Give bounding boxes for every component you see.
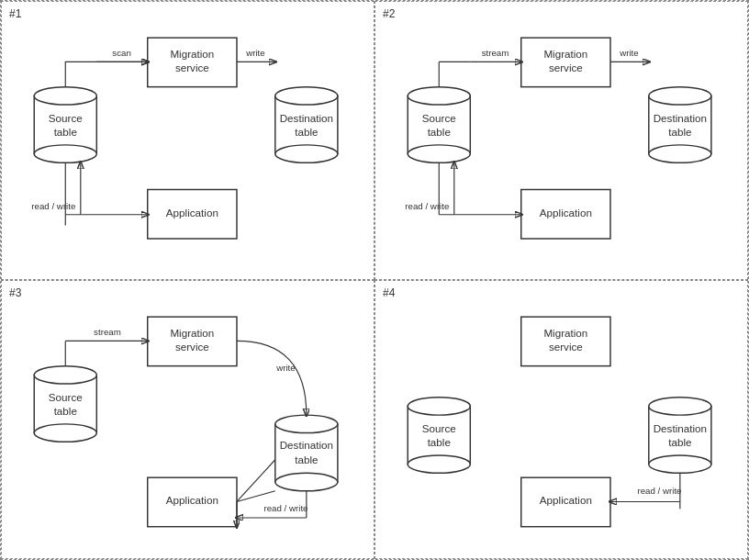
svg-text:read / write: read / write <box>31 201 75 211</box>
panel-4-label: #4 <box>383 286 395 299</box>
svg-point-4 <box>34 87 96 105</box>
svg-text:scan: scan <box>112 48 131 58</box>
svg-text:Migration: Migration <box>543 48 587 60</box>
svg-text:table: table <box>668 436 691 448</box>
svg-text:Migration: Migration <box>170 48 214 60</box>
svg-point-52 <box>34 366 96 384</box>
svg-text:table: table <box>428 436 451 448</box>
source-table-cylinder-2: Source table <box>408 87 470 163</box>
svg-text:service: service <box>175 62 209 73</box>
svg-point-78 <box>408 455 470 473</box>
svg-text:Source: Source <box>422 112 456 124</box>
svg-text:Application: Application <box>540 494 592 506</box>
panel-4: #4 Migration service Source table <box>374 280 748 559</box>
svg-text:stream: stream <box>94 327 121 337</box>
panel-3-label: #3 <box>9 286 21 299</box>
destination-table-cylinder: Destination table <box>275 87 338 163</box>
svg-text:read / write: read / write <box>263 503 307 513</box>
svg-point-57 <box>275 415 338 432</box>
svg-text:read / write: read / write <box>637 486 681 496</box>
application-box-2: Application <box>521 189 610 238</box>
svg-text:service: service <box>175 341 209 353</box>
svg-text:table: table <box>428 126 451 138</box>
panel-1-label: #1 <box>9 7 21 20</box>
diagram-3: Migration service Source table Destinati… <box>9 288 366 551</box>
application-box-4: Application <box>521 477 610 526</box>
svg-line-69 <box>237 460 275 502</box>
svg-text:Destination: Destination <box>654 422 707 434</box>
migration-service-box-2: Migration service <box>521 38 610 86</box>
source-table-cylinder-4: Source table <box>408 398 470 474</box>
diagram-4: Migration service Source table Destinati… <box>383 288 740 551</box>
svg-point-5 <box>34 145 96 162</box>
migration-service-box-4: Migration service <box>521 317 610 365</box>
svg-point-83 <box>649 455 711 473</box>
svg-text:table: table <box>54 405 77 417</box>
svg-text:Application: Application <box>540 207 592 218</box>
svg-point-53 <box>34 424 96 442</box>
destination-table-cylinder-4: Destination table <box>649 398 711 474</box>
svg-text:read / write: read / write <box>405 201 449 211</box>
svg-text:stream: stream <box>482 48 509 58</box>
panel-2: #2 Migration service Source table <box>374 1 748 280</box>
svg-point-27 <box>408 87 470 105</box>
migration-service-box: Migration service <box>148 38 237 86</box>
application-box-3: Application <box>148 477 237 526</box>
diagram-2: Migration service Source table Destinati… <box>383 9 740 272</box>
svg-text:Source: Source <box>49 391 83 403</box>
diagram-1: Migration service Source table Destinati… <box>9 9 366 272</box>
svg-text:Source: Source <box>422 422 456 434</box>
svg-point-77 <box>408 398 470 415</box>
svg-point-33 <box>649 145 711 162</box>
svg-line-67 <box>237 491 275 502</box>
svg-text:Destination: Destination <box>280 439 333 451</box>
svg-point-10 <box>275 145 338 162</box>
svg-text:table: table <box>54 126 77 138</box>
svg-point-28 <box>408 145 470 162</box>
panel-3: #3 Migration service Sourc <box>1 280 374 559</box>
destination-table-cylinder-2: Destination table <box>649 87 711 163</box>
svg-text:write: write <box>275 363 296 373</box>
source-table-cylinder: Source table <box>34 87 96 163</box>
svg-text:write: write <box>619 48 639 58</box>
svg-text:table: table <box>668 126 691 138</box>
svg-text:Destination: Destination <box>280 112 333 124</box>
svg-text:write: write <box>245 48 265 58</box>
svg-text:service: service <box>549 62 583 73</box>
svg-point-82 <box>649 398 711 415</box>
panel-1: #1 Migration service Source table <box>1 1 374 280</box>
svg-text:table: table <box>295 454 318 465</box>
svg-text:Migration: Migration <box>543 327 587 339</box>
migration-service-box-3: Migration service <box>148 317 237 365</box>
svg-text:Destination: Destination <box>654 112 707 124</box>
svg-text:Application: Application <box>166 494 218 506</box>
svg-point-32 <box>649 87 711 105</box>
svg-point-9 <box>275 87 338 105</box>
svg-text:service: service <box>549 341 583 353</box>
diagram-grid: #1 Migration service Source table <box>0 0 749 560</box>
application-box: Application <box>148 189 237 238</box>
svg-point-58 <box>275 473 338 490</box>
source-table-cylinder-3: Source table <box>34 366 96 442</box>
destination-table-cylinder-3: Destination table <box>275 415 338 491</box>
svg-text:Source: Source <box>49 112 83 124</box>
panel-2-label: #2 <box>383 7 395 20</box>
svg-text:Migration: Migration <box>170 327 214 339</box>
svg-text:table: table <box>295 126 318 138</box>
svg-text:Application: Application <box>166 207 218 218</box>
